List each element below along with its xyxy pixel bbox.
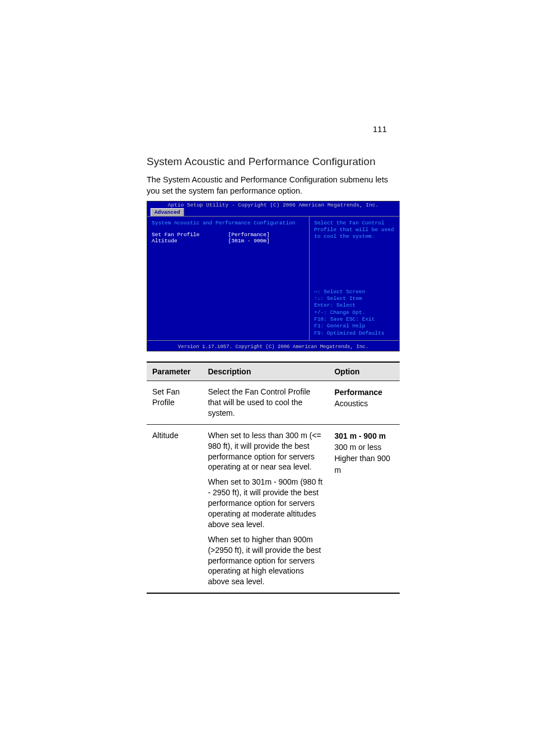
bios-subtitle: System Acoustic and Performance Configur… xyxy=(152,220,305,226)
option-value: Higher than 900 m xyxy=(334,453,394,476)
header-description: Description xyxy=(202,362,329,381)
intro-paragraph: The System Acoustic and Performance Conf… xyxy=(147,175,400,196)
bios-key-line: F9: Optimized Defaults xyxy=(314,330,395,337)
bios-row-value: [301m - 900m] xyxy=(228,238,305,244)
option-default: Performance xyxy=(334,387,394,398)
section-heading: System Acoustic and Performance Configur… xyxy=(147,156,400,168)
bios-row-value: [Performance] xyxy=(228,232,305,238)
header-option: Option xyxy=(329,362,400,381)
parameter-table: Parameter Description Option Set Fan Pro… xyxy=(147,361,400,594)
description-paragraph: When set to 301m - 900m (980 ft - 2950 f… xyxy=(208,477,323,529)
cell-description: Select the Fan Control Profile that will… xyxy=(202,381,329,425)
bios-key-line: ↑↓: Select Item xyxy=(314,295,395,302)
bios-key-line: F10: Save ESC: Exit xyxy=(314,316,395,323)
table-row: Altitude When set to less than 300 m (<=… xyxy=(147,424,400,593)
bios-key-line: Enter: Select xyxy=(314,302,395,309)
bios-key-line: F1: General Help xyxy=(314,323,395,330)
bios-help-text: Select the Fan Control Profile that will… xyxy=(314,220,395,240)
bios-tab-advanced: Advanced xyxy=(151,208,184,216)
bios-row-altitude: Altitude [301m - 900m] xyxy=(152,238,305,244)
bios-row-label: Set Fan Profile xyxy=(152,232,228,238)
description-paragraph: Select the Fan Control Profile that will… xyxy=(208,387,323,419)
bios-row-fan-profile: Set Fan Profile [Performance] xyxy=(152,232,305,238)
main-content: System Acoustic and Performance Configur… xyxy=(147,156,400,594)
bios-left-pane: System Acoustic and Performance Configur… xyxy=(147,217,310,340)
bios-body: System Acoustic and Performance Configur… xyxy=(147,216,399,341)
bios-key-line: ↔: Select Screen xyxy=(314,289,395,295)
bios-key-line: +/-: Change Opt. xyxy=(314,309,395,316)
cell-option: 301 m - 900 m 300 m or less Higher than … xyxy=(329,424,400,593)
cell-description: When set to less than 300 m (<= 980 ft),… xyxy=(202,424,329,593)
cell-parameter: Altitude xyxy=(147,424,202,593)
option-value: Acoustics xyxy=(334,398,394,409)
bios-footer: Version 1.17.1057. Copyright (C) 2006 Am… xyxy=(147,344,399,350)
bios-right-pane: Select the Fan Control Profile that will… xyxy=(310,217,399,340)
option-value: 300 m or less xyxy=(334,442,394,453)
table-header-row: Parameter Description Option xyxy=(147,362,400,381)
bios-title: Aptio Setup Utility - Copyright (C) 2006… xyxy=(147,201,399,208)
header-parameter: Parameter xyxy=(147,362,202,381)
bios-screenshot: Aptio Setup Utility - Copyright (C) 2006… xyxy=(147,201,400,351)
option-default: 301 m - 900 m xyxy=(334,430,394,442)
table-row: Set Fan Profile Select the Fan Control P… xyxy=(147,381,400,425)
bios-row-label: Altitude xyxy=(152,238,228,244)
description-paragraph: When set to less than 300 m (<= 980 ft),… xyxy=(208,430,323,473)
page-number: 111 xyxy=(373,124,387,134)
description-paragraph: When set to higher than 900m (>2950 ft),… xyxy=(208,534,323,587)
bios-key-hints: ↔: Select Screen ↑↓: Select Item Enter: … xyxy=(314,289,395,337)
cell-option: Performance Acoustics xyxy=(329,381,400,425)
cell-parameter: Set Fan Profile xyxy=(147,381,202,425)
